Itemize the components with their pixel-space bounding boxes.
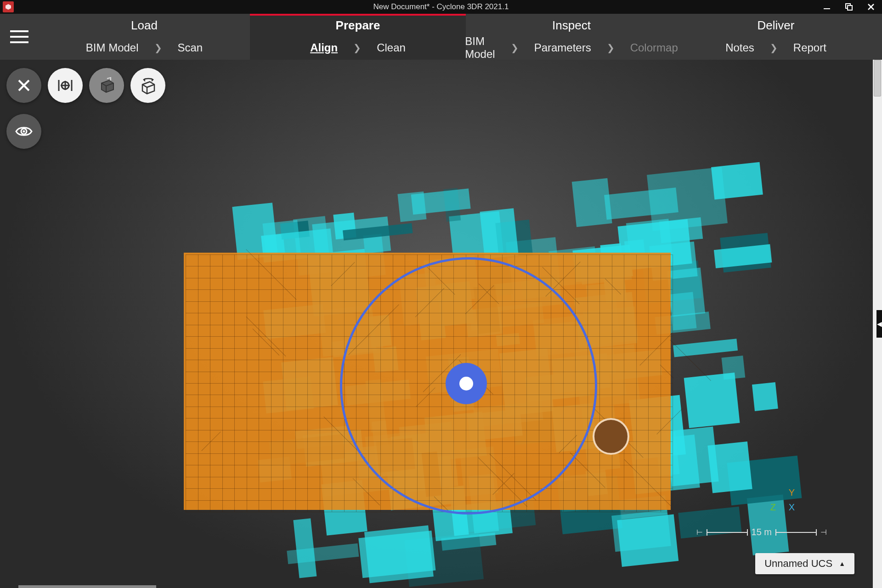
ribbon-item-bim-model[interactable]: BIM Model — [86, 41, 139, 54]
ribbon-item-notes[interactable]: Notes — [725, 41, 754, 54]
axis-label-y: Y — [770, 485, 795, 500]
ribbon: LoadBIM Model❯ScanPrepareAlign❯CleanInsp… — [0, 14, 882, 60]
axis-label-x: X — [789, 502, 795, 512]
visibility-button[interactable] — [6, 114, 41, 149]
viewport[interactable]: Y Z X ⊢ 15 m ⊣ Unnamed UCS ▲ — [0, 60, 882, 588]
chevron-right-icon: ❯ — [511, 42, 519, 53]
svg-rect-6 — [10, 30, 28, 32]
svg-point-23 — [23, 130, 25, 133]
app-icon — [3, 1, 14, 12]
close-window-button[interactable] — [860, 0, 882, 14]
align-target-button[interactable] — [48, 68, 83, 103]
ribbon-group-title: Prepare — [336, 14, 380, 36]
ribbon-group-title: Deliver — [758, 14, 795, 36]
axis-gizmo: Y Z X — [770, 485, 795, 514]
ribbon-item-parameters[interactable]: Parameters — [534, 41, 591, 54]
svg-rect-1 — [824, 8, 830, 9]
ribbon-item-bim-model[interactable]: BIM Model — [465, 35, 495, 61]
svg-rect-3 — [848, 6, 852, 10]
menu-button[interactable] — [0, 14, 39, 60]
rotate-tool-button[interactable] — [130, 68, 165, 103]
orbit-center-icon[interactable] — [446, 363, 487, 404]
scrollbar-thumb[interactable] — [874, 60, 881, 96]
window-title: New Document* - Cyclone 3DR 2021.1 — [373, 2, 509, 11]
ribbon-group-title: Load — [131, 14, 158, 36]
svg-marker-16 — [102, 80, 113, 92]
box-tool-button[interactable] — [89, 68, 124, 103]
ribbon-item-clean[interactable]: Clean — [377, 41, 406, 54]
svg-marker-18 — [142, 82, 154, 94]
ribbon-item-scan[interactable]: Scan — [178, 41, 203, 54]
ribbon-group-title: Inspect — [552, 14, 591, 36]
svg-marker-20 — [152, 78, 153, 82]
axis-label-z: Z — [770, 502, 776, 512]
ucs-label: Unnamed UCS — [764, 558, 832, 570]
ucs-dropdown[interactable]: Unnamed UCS ▲ — [755, 553, 854, 574]
ribbon-group-inspect: InspectBIM Model❯Parameters❯Colormap — [466, 14, 677, 60]
svg-rect-7 — [10, 36, 28, 38]
panel-expand-handle[interactable]: ◀ — [876, 310, 882, 338]
bim-model-overlay — [184, 253, 671, 510]
titlebar: New Document* - Cyclone 3DR 2021.1 — [0, 0, 882, 14]
ribbon-group-prepare: PrepareAlign❯Clean — [250, 14, 466, 60]
chevron-right-icon: ❯ — [770, 42, 778, 53]
ribbon-item-colormap: Colormap — [630, 41, 678, 54]
chevron-right-icon: ❯ — [353, 42, 361, 53]
ribbon-item-report[interactable]: Report — [793, 41, 826, 54]
orbit-reference-point[interactable] — [593, 418, 629, 455]
close-tool-button[interactable] — [6, 68, 41, 103]
maximize-button[interactable] — [838, 0, 860, 14]
scene-3d[interactable]: Y Z X ⊢ 15 m ⊣ Unnamed UCS ▲ — [0, 60, 873, 588]
chevron-right-icon: ❯ — [607, 42, 615, 53]
svg-rect-8 — [10, 41, 28, 43]
ribbon-group-load: LoadBIM Model❯Scan — [39, 14, 250, 60]
scale-bar: ⊢ 15 m ⊣ — [696, 527, 827, 537]
svg-marker-21 — [143, 78, 145, 82]
chevron-right-icon: ❯ — [154, 42, 162, 53]
ribbon-group-deliver: DeliverNotes❯Report — [677, 14, 875, 60]
horizontal-scrollbar[interactable] — [18, 585, 156, 588]
minimize-button[interactable] — [816, 0, 838, 14]
dropdown-triangle-icon: ▲ — [839, 560, 845, 567]
ribbon-item-align[interactable]: Align — [310, 41, 338, 54]
svg-marker-0 — [6, 4, 11, 10]
scale-label: 15 m — [752, 527, 772, 537]
